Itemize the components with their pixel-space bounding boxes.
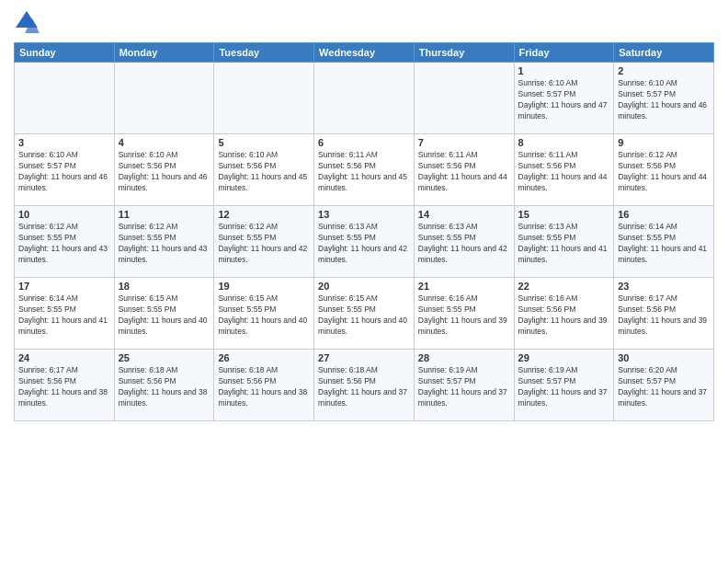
day-cell: 21Sunrise: 6:16 AM Sunset: 5:55 PM Dayli… bbox=[414, 278, 514, 350]
day-info: Sunrise: 6:12 AM Sunset: 5:56 PM Dayligh… bbox=[618, 150, 710, 194]
day-number: 30 bbox=[618, 352, 710, 363]
day-info: Sunrise: 6:12 AM Sunset: 5:55 PM Dayligh… bbox=[18, 222, 110, 266]
day-cell: 28Sunrise: 6:19 AM Sunset: 5:57 PM Dayli… bbox=[414, 350, 514, 421]
header-cell-sunday: Sunday bbox=[15, 43, 115, 63]
day-info: Sunrise: 6:10 AM Sunset: 5:57 PM Dayligh… bbox=[618, 78, 710, 122]
day-number: 27 bbox=[318, 352, 410, 363]
day-info: Sunrise: 6:15 AM Sunset: 5:55 PM Dayligh… bbox=[119, 293, 210, 338]
day-info: Sunrise: 6:12 AM Sunset: 5:55 PM Dayligh… bbox=[119, 222, 210, 266]
day-number: 21 bbox=[418, 281, 510, 292]
day-number: 15 bbox=[518, 209, 610, 220]
header-cell-monday: Monday bbox=[114, 43, 214, 63]
day-info: Sunrise: 6:10 AM Sunset: 5:57 PM Dayligh… bbox=[518, 78, 610, 122]
day-cell: 7Sunrise: 6:11 AM Sunset: 5:56 PM Daylig… bbox=[414, 134, 514, 206]
day-info: Sunrise: 6:13 AM Sunset: 5:55 PM Dayligh… bbox=[418, 222, 510, 266]
day-number: 4 bbox=[119, 137, 210, 148]
day-info: Sunrise: 6:15 AM Sunset: 5:55 PM Dayligh… bbox=[318, 293, 410, 338]
day-cell bbox=[314, 63, 415, 134]
day-number: 14 bbox=[418, 209, 510, 220]
day-number: 2 bbox=[618, 65, 710, 76]
day-number: 6 bbox=[318, 137, 410, 148]
day-info: Sunrise: 6:15 AM Sunset: 5:55 PM Dayligh… bbox=[218, 293, 310, 338]
day-number: 26 bbox=[218, 352, 310, 363]
day-cell: 23Sunrise: 6:17 AM Sunset: 5:56 PM Dayli… bbox=[614, 278, 714, 350]
day-info: Sunrise: 6:12 AM Sunset: 5:55 PM Dayligh… bbox=[218, 222, 310, 266]
day-cell bbox=[15, 63, 115, 134]
day-cell: 29Sunrise: 6:19 AM Sunset: 5:57 PM Dayli… bbox=[514, 350, 614, 421]
calendar-body: 1Sunrise: 6:10 AM Sunset: 5:57 PM Daylig… bbox=[15, 63, 714, 421]
day-number: 19 bbox=[218, 281, 310, 292]
week-row-3: 17Sunrise: 6:14 AM Sunset: 5:55 PM Dayli… bbox=[15, 278, 714, 350]
logo bbox=[14, 9, 43, 35]
day-info: Sunrise: 6:18 AM Sunset: 5:56 PM Dayligh… bbox=[218, 365, 310, 409]
day-cell: 15Sunrise: 6:13 AM Sunset: 5:55 PM Dayli… bbox=[514, 206, 614, 278]
day-info: Sunrise: 6:19 AM Sunset: 5:57 PM Dayligh… bbox=[418, 365, 510, 409]
day-number: 5 bbox=[218, 137, 310, 148]
calendar: SundayMondayTuesdayWednesdayThursdayFrid… bbox=[14, 42, 714, 421]
day-cell: 16Sunrise: 6:14 AM Sunset: 5:55 PM Dayli… bbox=[614, 206, 714, 278]
day-info: Sunrise: 6:10 AM Sunset: 5:57 PM Dayligh… bbox=[18, 150, 110, 194]
day-number: 10 bbox=[18, 209, 110, 220]
day-number: 1 bbox=[518, 65, 610, 76]
day-cell: 19Sunrise: 6:15 AM Sunset: 5:55 PM Dayli… bbox=[214, 278, 314, 350]
day-cell bbox=[414, 63, 514, 134]
day-info: Sunrise: 6:13 AM Sunset: 5:55 PM Dayligh… bbox=[318, 222, 410, 266]
header bbox=[14, 9, 714, 35]
day-cell: 17Sunrise: 6:14 AM Sunset: 5:55 PM Dayli… bbox=[15, 278, 115, 350]
day-info: Sunrise: 6:16 AM Sunset: 5:56 PM Dayligh… bbox=[518, 293, 610, 338]
day-number: 11 bbox=[119, 209, 210, 220]
day-number: 25 bbox=[119, 352, 210, 363]
day-cell: 6Sunrise: 6:11 AM Sunset: 5:56 PM Daylig… bbox=[314, 134, 415, 206]
day-number: 22 bbox=[518, 281, 610, 292]
day-cell: 27Sunrise: 6:18 AM Sunset: 5:56 PM Dayli… bbox=[314, 350, 415, 421]
week-row-4: 24Sunrise: 6:17 AM Sunset: 5:56 PM Dayli… bbox=[15, 350, 714, 421]
day-number: 18 bbox=[119, 281, 210, 292]
day-number: 9 bbox=[618, 137, 710, 148]
day-cell bbox=[214, 63, 314, 134]
header-cell-wednesday: Wednesday bbox=[314, 43, 415, 63]
day-cell: 1Sunrise: 6:10 AM Sunset: 5:57 PM Daylig… bbox=[514, 63, 614, 134]
day-info: Sunrise: 6:10 AM Sunset: 5:56 PM Dayligh… bbox=[119, 150, 210, 194]
calendar-header-row: SundayMondayTuesdayWednesdayThursdayFrid… bbox=[15, 43, 714, 63]
day-cell: 8Sunrise: 6:11 AM Sunset: 5:56 PM Daylig… bbox=[514, 134, 614, 206]
day-number: 16 bbox=[618, 209, 710, 220]
week-row-0: 1Sunrise: 6:10 AM Sunset: 5:57 PM Daylig… bbox=[15, 63, 714, 134]
day-info: Sunrise: 6:16 AM Sunset: 5:55 PM Dayligh… bbox=[418, 293, 510, 338]
day-cell bbox=[114, 63, 214, 134]
day-number: 7 bbox=[418, 137, 510, 148]
day-cell: 5Sunrise: 6:10 AM Sunset: 5:56 PM Daylig… bbox=[214, 134, 314, 206]
day-cell: 18Sunrise: 6:15 AM Sunset: 5:55 PM Dayli… bbox=[114, 278, 214, 350]
day-number: 17 bbox=[18, 281, 110, 292]
day-number: 28 bbox=[418, 352, 510, 363]
day-info: Sunrise: 6:13 AM Sunset: 5:55 PM Dayligh… bbox=[518, 222, 610, 266]
day-cell: 12Sunrise: 6:12 AM Sunset: 5:55 PM Dayli… bbox=[214, 206, 314, 278]
header-cell-thursday: Thursday bbox=[414, 43, 514, 63]
day-cell: 22Sunrise: 6:16 AM Sunset: 5:56 PM Dayli… bbox=[514, 278, 614, 350]
day-cell: 10Sunrise: 6:12 AM Sunset: 5:55 PM Dayli… bbox=[15, 206, 115, 278]
day-info: Sunrise: 6:11 AM Sunset: 5:56 PM Dayligh… bbox=[418, 150, 510, 194]
day-cell: 20Sunrise: 6:15 AM Sunset: 5:55 PM Dayli… bbox=[314, 278, 415, 350]
day-number: 29 bbox=[518, 352, 610, 363]
header-cell-saturday: Saturday bbox=[614, 43, 714, 63]
day-cell: 13Sunrise: 6:13 AM Sunset: 5:55 PM Dayli… bbox=[314, 206, 415, 278]
day-number: 8 bbox=[518, 137, 610, 148]
day-info: Sunrise: 6:10 AM Sunset: 5:56 PM Dayligh… bbox=[218, 150, 310, 194]
week-row-1: 3Sunrise: 6:10 AM Sunset: 5:57 PM Daylig… bbox=[15, 134, 714, 206]
day-cell: 24Sunrise: 6:17 AM Sunset: 5:56 PM Dayli… bbox=[15, 350, 115, 421]
day-number: 23 bbox=[618, 281, 710, 292]
day-info: Sunrise: 6:11 AM Sunset: 5:56 PM Dayligh… bbox=[518, 150, 610, 194]
day-cell: 11Sunrise: 6:12 AM Sunset: 5:55 PM Dayli… bbox=[114, 206, 214, 278]
week-row-2: 10Sunrise: 6:12 AM Sunset: 5:55 PM Dayli… bbox=[15, 206, 714, 278]
page: SundayMondayTuesdayWednesdayThursdayFrid… bbox=[0, 0, 728, 563]
day-info: Sunrise: 6:17 AM Sunset: 5:56 PM Dayligh… bbox=[618, 293, 710, 338]
day-number: 12 bbox=[218, 209, 310, 220]
day-number: 20 bbox=[318, 281, 410, 292]
day-cell: 30Sunrise: 6:20 AM Sunset: 5:57 PM Dayli… bbox=[614, 350, 714, 421]
day-number: 24 bbox=[18, 352, 110, 363]
day-info: Sunrise: 6:17 AM Sunset: 5:56 PM Dayligh… bbox=[18, 365, 110, 409]
day-info: Sunrise: 6:19 AM Sunset: 5:57 PM Dayligh… bbox=[518, 365, 610, 409]
day-cell: 9Sunrise: 6:12 AM Sunset: 5:56 PM Daylig… bbox=[614, 134, 714, 206]
day-cell: 3Sunrise: 6:10 AM Sunset: 5:57 PM Daylig… bbox=[15, 134, 115, 206]
day-number: 3 bbox=[18, 137, 110, 148]
day-info: Sunrise: 6:18 AM Sunset: 5:56 PM Dayligh… bbox=[318, 365, 410, 409]
